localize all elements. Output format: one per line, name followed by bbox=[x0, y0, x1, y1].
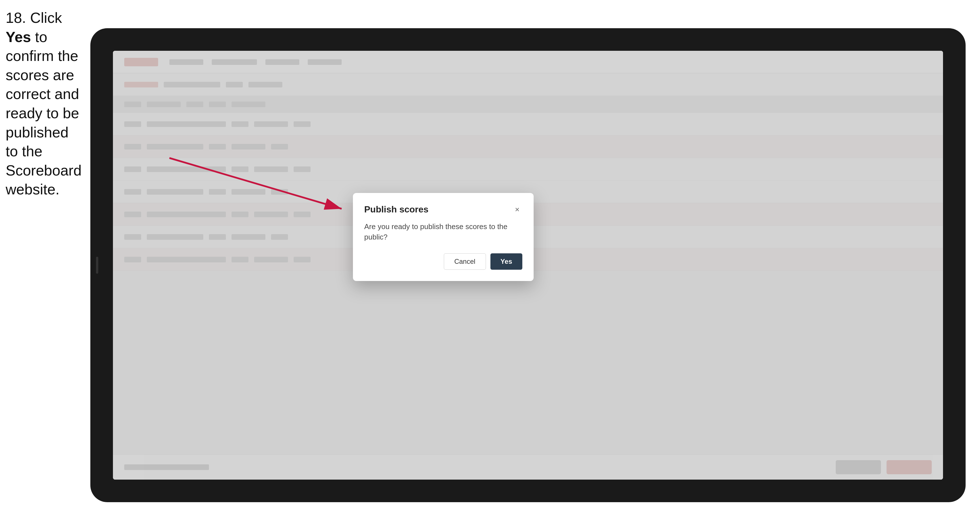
tablet-device: Publish scores × Are you ready to publis… bbox=[90, 28, 966, 502]
tablet-screen: Publish scores × Are you ready to publis… bbox=[113, 51, 943, 479]
modal-body-text: Are you ready to publish these scores to… bbox=[364, 221, 522, 242]
publish-scores-modal: Publish scores × Are you ready to publis… bbox=[353, 193, 534, 281]
modal-close-button[interactable]: × bbox=[512, 205, 522, 215]
modal-title: Publish scores bbox=[364, 204, 429, 215]
cancel-button[interactable]: Cancel bbox=[444, 253, 486, 270]
yes-button[interactable]: Yes bbox=[490, 253, 522, 270]
modal-header: Publish scores × bbox=[364, 204, 522, 215]
modal-footer: Cancel Yes bbox=[364, 253, 522, 270]
tablet-side-button bbox=[96, 257, 98, 274]
modal-overlay: Publish scores × Are you ready to publis… bbox=[113, 51, 943, 479]
instruction-text: 18. Click Yes to confirm the scores are … bbox=[6, 8, 85, 199]
